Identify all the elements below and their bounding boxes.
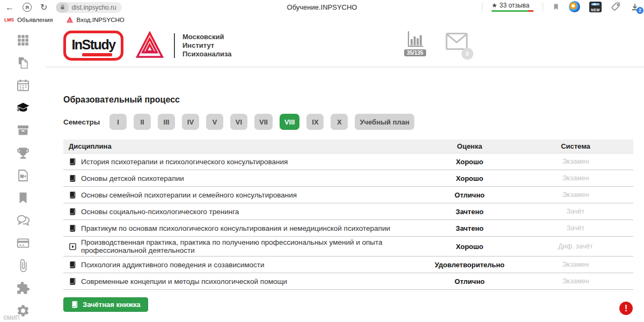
calendar-icon[interactable]	[16, 78, 30, 92]
discipline-name: Практикум по основам психологического ко…	[81, 224, 390, 232]
book-icon	[69, 277, 77, 286]
header-divider	[174, 33, 175, 58]
bookmarks-icon[interactable]	[16, 191, 30, 205]
table-row[interactable]: Основы детской психотерапии Хорошо Экзам…	[63, 170, 633, 187]
semester-tab[interactable]: I	[109, 114, 127, 130]
grading-system: Зачёт	[518, 224, 633, 232]
book-icon	[69, 224, 77, 232]
tag-icon[interactable]	[611, 2, 621, 12]
book-icon	[69, 208, 77, 216]
achievements-icon[interactable]	[16, 145, 30, 160]
url-text: dist.inpsycho.ru	[71, 4, 116, 11]
browser-chrome: ← Я ↻ dist.inpsycho.ru Обучение.INPSYCHO…	[0, 0, 644, 25]
mail-button[interactable]: 0	[445, 32, 468, 56]
semester-tab[interactable]: IV	[182, 114, 199, 130]
yandex-browser-icon[interactable]: Я	[23, 3, 32, 12]
bookmark-flag-icon[interactable]	[552, 3, 560, 11]
table-row[interactable]: Производственная практика, практика по п…	[63, 237, 633, 257]
bookmark-lms[interactable]: LMS Объявления	[4, 17, 53, 23]
grading-system: Экзамен	[518, 277, 633, 285]
semester-tab[interactable]: VIII	[280, 114, 300, 130]
semester-tabs-row: Семестры I II III IV V VI VII VIII	[63, 114, 633, 130]
discipline-cell[interactable]: Психология аддиктивного поведения и соза…	[63, 261, 421, 269]
table-row[interactable]: Основы семейной психотерапии и семейного…	[63, 187, 633, 203]
semester-tab[interactable]: VI	[230, 114, 247, 130]
grade-value: Зачтено	[421, 208, 518, 216]
new-tab-icon[interactable]: NEW	[589, 2, 602, 12]
discipline-name: Современные концепции и методы психологи…	[81, 277, 287, 286]
gradebook-button-label: Зачётная книжка	[83, 301, 141, 309]
semester-tab[interactable]: III	[158, 114, 175, 130]
semester-tabs: I II III IV V VI VII VIII IX	[109, 114, 414, 130]
toolbar-divider	[543, 3, 543, 11]
discipline-cell[interactable]: Основы детской психотерапии	[63, 174, 421, 182]
discipline-cell[interactable]: Практикум по основам психологического ко…	[63, 224, 421, 232]
copyright-label: ©МИП	[3, 315, 19, 321]
discipline-cell[interactable]: Производственная практика, практика по п…	[63, 238, 421, 254]
progress-stats[interactable]: 35/135	[404, 30, 426, 56]
browser-logo-icon[interactable]	[569, 1, 580, 12]
bookmark-inpsycho[interactable]: Вход.INPSYCHO	[67, 17, 124, 23]
header-system: Система	[518, 142, 633, 150]
semesters-label: Семестры	[63, 118, 109, 126]
materials-icon[interactable]	[16, 55, 30, 70]
archive-icon[interactable]	[16, 123, 30, 137]
gradebook-button[interactable]: Зачётная книжка	[63, 297, 148, 312]
semester-tab[interactable]: Учебный план	[355, 114, 414, 130]
site-reviews[interactable]: ★33 отзыва	[492, 2, 533, 12]
integrations-icon[interactable]	[16, 281, 30, 295]
table-row[interactable]: История психотерапии и психологического …	[63, 153, 633, 170]
grade-value: Отлично	[421, 191, 518, 199]
discipline-name: Основы социально-психологического тренин…	[81, 208, 239, 216]
table-row[interactable]: Практикум по основам психологического ко…	[63, 220, 633, 237]
back-arrow-icon[interactable]: ←	[5, 3, 14, 12]
bookmark-label: Объявления	[17, 17, 53, 23]
progress-badge: 35/135	[404, 49, 426, 56]
downloads-icon[interactable]: 2	[630, 2, 640, 12]
alert-notification-icon[interactable]: !	[619, 302, 633, 315]
instudy-logo-text: InStudy	[71, 37, 115, 53]
discipline-cell[interactable]: Современные концепции и методы психологи…	[63, 277, 421, 286]
reviews-label: 33 отзыва	[500, 2, 530, 9]
instudy-logo[interactable]: InStudy	[63, 31, 123, 61]
mail-badge: 0	[462, 48, 473, 60]
disciplines-table: Дисциплина Оценка Система История психот…	[63, 140, 633, 290]
discipline-cell[interactable]: Основы социально-психологического тренин…	[63, 208, 421, 216]
messages-icon[interactable]	[16, 213, 30, 228]
refresh-icon[interactable]: ↻	[40, 3, 47, 12]
payments-icon[interactable]	[16, 236, 30, 250]
discipline-cell[interactable]: История психотерапии и психологического …	[63, 158, 421, 166]
envelope-icon	[445, 32, 468, 50]
discipline-cell[interactable]: Основы семейной психотерапии и семейного…	[63, 191, 421, 199]
grading-system: Экзамен	[518, 158, 633, 165]
institute-name: Московский Институт Психоанализа	[182, 33, 232, 58]
mip-triangle-logo	[134, 31, 165, 61]
grade-value: Зачтено	[421, 224, 518, 232]
book-icon	[69, 174, 77, 182]
page-title: Образовательный процесс	[63, 95, 633, 105]
discipline-name: Производственная практика, практика по п…	[81, 238, 421, 254]
lock-icon	[56, 2, 69, 13]
semester-tab[interactable]: VII	[254, 114, 273, 130]
attachments-icon[interactable]	[16, 258, 30, 273]
semester-tab[interactable]: X	[331, 114, 348, 130]
book-icon	[69, 191, 77, 199]
semester-tab[interactable]: II	[134, 114, 151, 130]
semester-tab[interactable]: IX	[306, 114, 324, 130]
table-row[interactable]: Основы социально-психологического тренин…	[63, 203, 633, 220]
address-bar[interactable]: dist.inpsycho.ru	[56, 2, 121, 13]
video-lessons-icon[interactable]	[16, 168, 30, 182]
discipline-name: Основы семейной психотерапии и семейного…	[81, 191, 297, 199]
table-row[interactable]: Психология аддиктивного поведения и соза…	[63, 257, 633, 273]
grade-value: Хорошо	[421, 158, 518, 166]
table-row[interactable]: Современные концепции и методы психологи…	[63, 273, 633, 290]
apps-grid-icon[interactable]	[16, 33, 30, 47]
education-icon[interactable]	[16, 100, 30, 115]
semester-tab[interactable]: V	[206, 114, 223, 130]
gradebook-book-icon	[71, 301, 79, 309]
bookmarks-bar: LMS Объявления Вход.INPSYCHO	[0, 14, 644, 25]
content-area: InStudy Московский Институт Психоанализа…	[46, 25, 644, 322]
app-header: InStudy Московский Институт Психоанализа…	[46, 25, 644, 68]
lms-favicon: LMS	[4, 17, 14, 23]
downloads-badge: 2	[636, 7, 643, 14]
